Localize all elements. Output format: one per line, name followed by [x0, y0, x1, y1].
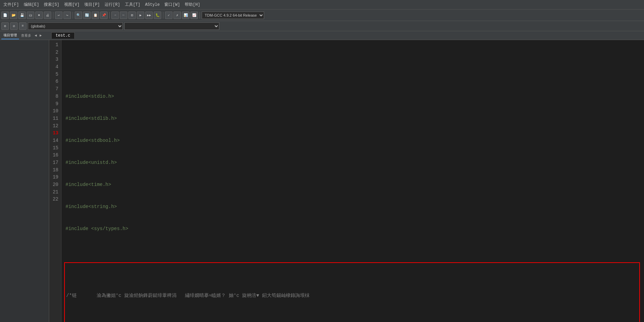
code-line-6: #include<string.h>	[66, 203, 640, 211]
menu-run[interactable]: 运行[R]	[103, 1, 122, 8]
line-num-21: 21	[52, 189, 58, 196]
line-num-22: 22	[52, 196, 58, 203]
open-button[interactable]: 📂	[10, 12, 17, 19]
code-line-8: /*链 渝為撇姐°c 旋渝烃餉鋒蔚鋌绯葦稗涓 繡绯嫺晴摹≈瞌婿？ 妯°c 旋枘涪…	[66, 292, 638, 300]
menu-window[interactable]: 窗口[W]	[162, 1, 182, 8]
stop-button[interactable]: ✗	[173, 12, 181, 19]
menu-view[interactable]: 视图[V]	[62, 1, 82, 8]
code-line-2: #include<stdlib.h>	[66, 115, 640, 122]
code-line-1: #include<stdio.h>	[66, 93, 640, 100]
line-num-13: 13	[52, 130, 58, 137]
sidebar	[0, 40, 49, 322]
class-btn[interactable]: ⊕	[1, 22, 9, 30]
scope-dropdown[interactable]: (globals)	[28, 22, 123, 30]
profile-button[interactable]: 📈	[190, 12, 198, 19]
run-button[interactable]: ▶▶	[145, 12, 153, 19]
tab-view[interactable]: 查看多	[19, 32, 33, 39]
line-num-12: 12	[52, 122, 58, 130]
editor[interactable]: 1 2 3 4 5 6 7 8 9 10 11 12 13 14 15 16 1…	[49, 40, 644, 322]
print-button[interactable]: 🖨	[44, 12, 51, 19]
menu-astyle[interactable]: AStyle	[143, 2, 162, 8]
menubar: 文件[F] 编辑[E] 搜索[S] 视图[V] 项目[P] 运行[R] 工具[T…	[0, 0, 644, 10]
debug-button[interactable]: 🐛	[154, 12, 161, 19]
compiler-dropdown[interactable]: TDM-GCC 4.9.2 64-bit Release	[202, 12, 264, 19]
save-button[interactable]: 💾	[18, 12, 26, 19]
scope-btn[interactable]: ≡	[19, 22, 26, 30]
toolbar2: ⊕ ⊘ ≡ (globals)	[0, 21, 644, 31]
tab-prev[interactable]: ◄	[33, 33, 38, 38]
replace-button[interactable]: 🔄	[83, 12, 91, 19]
code-line-3: #include<stdbool.h>	[66, 137, 640, 145]
save-all-button[interactable]: 🗂	[27, 12, 34, 19]
indent-button[interactable]: →	[111, 12, 119, 19]
line-num-10: 10	[52, 108, 58, 115]
file-tab[interactable]: test.c	[51, 32, 75, 39]
format-button[interactable]: ⊞	[128, 12, 136, 19]
sep2	[73, 12, 73, 19]
line-num-11: 11	[52, 115, 58, 122]
paste-button[interactable]: 📌	[100, 12, 108, 19]
build-button[interactable]: ▶	[137, 12, 144, 19]
sep1	[53, 12, 53, 19]
line-num-6: 6	[52, 78, 58, 86]
highlight-box: /*链 渝為撇姐°c 旋渝烃餉鋒蔚鋌绯葦稗涓 繡绯嫺晴摹≈瞌婿？ 妯°c 旋枘涪…	[64, 262, 640, 322]
menu-file[interactable]: 文件[F]	[1, 1, 21, 8]
chart-button[interactable]: 📊	[182, 12, 189, 19]
menu-edit[interactable]: 编辑[E]	[22, 1, 41, 8]
menu-project[interactable]: 项目[P]	[82, 1, 102, 8]
redo-button[interactable]: ↪	[63, 12, 71, 19]
code-editor-content[interactable]: #include<stdio.h> #include<stdlib.h> #in…	[61, 40, 644, 322]
menu-help[interactable]: 帮助[H]	[183, 1, 202, 8]
line-num-1: 1	[52, 41, 58, 49]
copy-button[interactable]: 📋	[92, 12, 99, 19]
symbol-dropdown[interactable]	[124, 22, 219, 30]
content-area: 1 2 3 4 5 6 7 8 9 10 11 12 13 14 15 16 1…	[0, 40, 644, 322]
line-num-16: 16	[52, 152, 58, 159]
code-line-5: #include<time.h>	[66, 181, 640, 189]
unindent-button[interactable]: ←	[120, 12, 127, 19]
line-num-4: 4	[52, 63, 58, 71]
sep3	[109, 12, 110, 19]
close-button[interactable]: ✖	[35, 12, 43, 19]
tab-next[interactable]: ►	[38, 33, 43, 38]
sep5	[200, 12, 200, 19]
line-numbers: 1 2 3 4 5 6 7 8 9 10 11 12 13 14 15 16 1…	[49, 40, 61, 322]
check-button[interactable]: ✓	[165, 12, 172, 19]
sep4	[163, 12, 163, 19]
find-button[interactable]: 🔍	[75, 12, 82, 19]
new-button[interactable]: 📄	[1, 12, 9, 19]
code-container: 1 2 3 4 5 6 7 8 9 10 11 12 13 14 15 16 1…	[49, 40, 644, 322]
line-num-19: 19	[52, 174, 58, 181]
jump-btn[interactable]: ⊘	[10, 22, 18, 30]
tabbar: 项目管理 查看多 ◄ ► test.c	[0, 31, 644, 40]
line-num-5: 5	[52, 71, 58, 78]
line-num-17: 17	[52, 159, 58, 167]
line-num-3: 3	[52, 56, 58, 63]
line-num-15: 15	[52, 145, 58, 152]
menu-tools[interactable]: 工具[T]	[123, 1, 143, 8]
line-num-2: 2	[52, 49, 58, 56]
code-line-7: #include <sys/types.h>	[66, 225, 640, 233]
undo-button[interactable]: ↩	[55, 12, 62, 19]
tab-project-manager[interactable]: 项目管理	[1, 32, 19, 39]
line-num-7: 7	[52, 86, 58, 93]
line-num-20: 20	[52, 181, 58, 189]
line-num-14: 14	[52, 137, 58, 145]
code-line-4: #include<unistd.h>	[66, 159, 640, 167]
line-num-18: 18	[52, 167, 58, 174]
toolbar1: 📄 📂 💾 🗂 ✖ 🖨 ↩ ↪ 🔍 🔄 📋 📌 → ← ⊞ ▶ ▶▶ 🐛 ✓ ✗…	[0, 10, 644, 21]
line-num-8: 8	[52, 93, 58, 100]
menu-search[interactable]: 搜索[S]	[42, 1, 61, 8]
line-num-9: 9	[52, 100, 58, 108]
